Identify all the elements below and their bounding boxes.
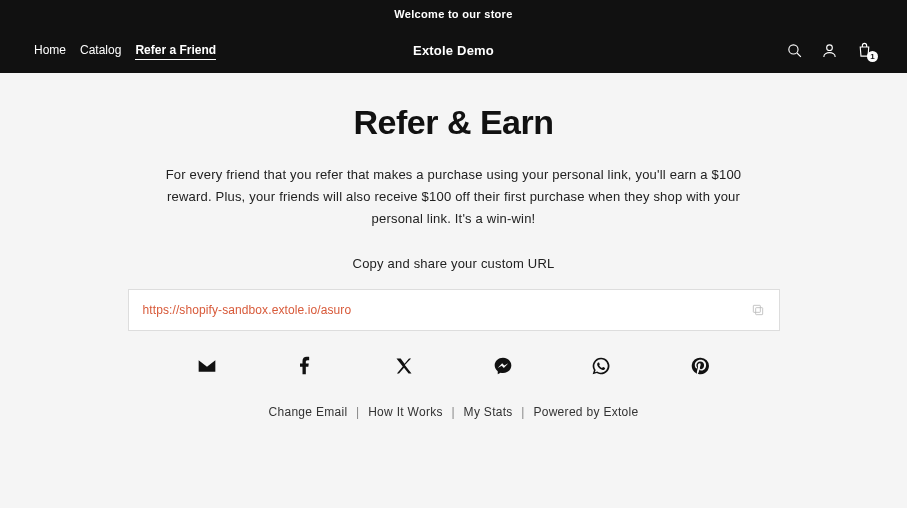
search-icon[interactable] <box>786 42 803 59</box>
announcement-text: Welcome to our store <box>394 8 512 20</box>
svg-rect-4 <box>753 306 760 313</box>
svg-point-0 <box>789 44 798 53</box>
svg-line-1 <box>797 52 801 56</box>
email-icon[interactable] <box>196 355 218 377</box>
header: Home Catalog Refer a Friend Extole Demo … <box>0 27 907 73</box>
nav-catalog[interactable]: Catalog <box>80 41 121 60</box>
footer-change-email[interactable]: Change Email <box>268 405 347 419</box>
whatsapp-icon[interactable] <box>590 355 612 377</box>
footer-my-stats[interactable]: My Stats <box>464 405 513 419</box>
separator: | <box>356 405 359 419</box>
pinterest-icon[interactable] <box>689 355 711 377</box>
x-twitter-icon[interactable] <box>393 355 415 377</box>
nav-home[interactable]: Home <box>34 41 66 60</box>
account-icon[interactable] <box>821 42 838 59</box>
cart-icon[interactable]: 1 <box>856 42 873 59</box>
page-title: Refer & Earn <box>0 103 907 142</box>
separator: | <box>452 405 455 419</box>
cart-badge: 1 <box>867 51 878 62</box>
page-description: For every friend that you refer that mak… <box>159 164 749 230</box>
facebook-icon[interactable] <box>294 355 316 377</box>
nav-links: Home Catalog Refer a Friend <box>34 41 216 60</box>
url-label: Copy and share your custom URL <box>0 256 907 271</box>
header-icons: 1 <box>786 42 873 59</box>
footer-how-it-works[interactable]: How It Works <box>368 405 443 419</box>
share-buttons-row <box>128 355 780 377</box>
messenger-icon[interactable] <box>492 355 514 377</box>
footer-links: Change Email | How It Works | My Stats |… <box>0 405 907 419</box>
svg-rect-3 <box>755 308 762 315</box>
brand-title[interactable]: Extole Demo <box>413 43 494 58</box>
nav-refer-a-friend[interactable]: Refer a Friend <box>135 41 216 60</box>
announcement-bar: Welcome to our store <box>0 0 907 27</box>
referral-url-box[interactable]: https://shopify-sandbox.extole.io/asuro <box>128 289 780 331</box>
referral-url-text: https://shopify-sandbox.extole.io/asuro <box>143 303 751 317</box>
svg-point-2 <box>827 44 833 50</box>
separator: | <box>521 405 524 419</box>
copy-icon[interactable] <box>751 303 765 317</box>
footer-powered-by[interactable]: Powered by Extole <box>533 405 638 419</box>
main-content: Refer & Earn For every friend that you r… <box>0 73 907 419</box>
